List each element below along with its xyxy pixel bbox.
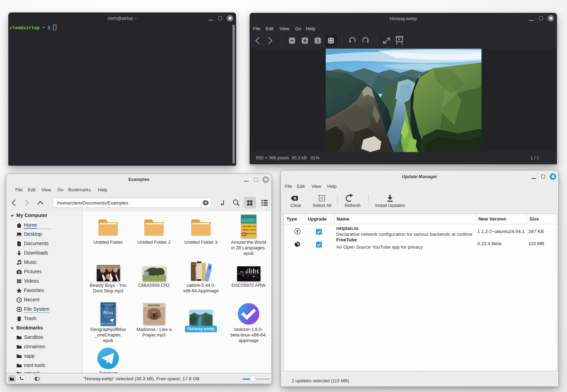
svg-text:MADONNA: MADONNA: [148, 304, 160, 307]
svg-text:PACIFIC: PACIFIC: [242, 219, 255, 223]
svg-text:Clear: Clear: [290, 203, 301, 208]
svg-text:Bliss: Bliss: [103, 310, 113, 315]
svg-text:/home/clem/Documents/Examples: /home/clem/Documents/Examples: [57, 200, 128, 206]
svg-text:INFOGRID: INFOGRID: [241, 215, 256, 219]
svg-text:AROUND THE: AROUND THE: [242, 225, 256, 227]
svg-text:1: 1: [316, 38, 319, 43]
svg-text:Refresh: Refresh: [345, 203, 361, 208]
svg-text:ERIC WEINER: ERIC WEINER: [100, 323, 115, 325]
svg-text:AZ: AZ: [242, 233, 246, 235]
svg-text:The: The: [105, 307, 109, 310]
svg-text:WORLD IN 28: WORLD IN 28: [243, 229, 256, 231]
svg-text:Install Updates: Install Updates: [375, 203, 405, 208]
svg-text:Select All: Select All: [313, 203, 331, 208]
